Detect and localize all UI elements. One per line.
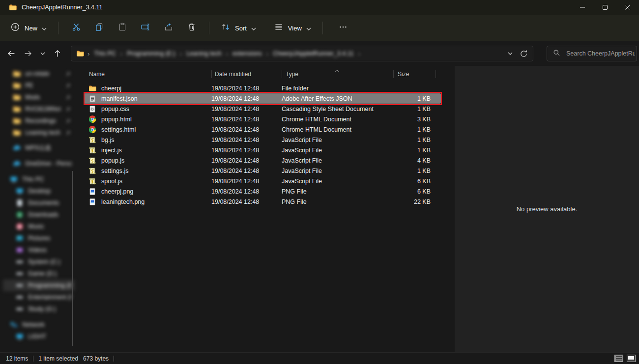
file-row[interactable]: manifest.json19/08/2024 12:48Adobe After… bbox=[84, 93, 441, 104]
sidebar-item[interactable]: This PC bbox=[3, 173, 75, 185]
column-divider[interactable] bbox=[436, 70, 436, 78]
file-size: 6 KB bbox=[393, 178, 436, 185]
file-size: 1 KB bbox=[393, 147, 436, 154]
sidebar-item-label: This PC bbox=[22, 176, 72, 183]
sidebar-item[interactable]: Programming (E:) bbox=[3, 280, 75, 291]
sidebar-item[interactable]: WPS云盘 bbox=[3, 142, 75, 154]
file-row[interactable]: cheerpj19/08/2024 12:48File folder bbox=[84, 83, 441, 93]
breadcrumb-segment[interactable]: This PC bbox=[91, 50, 118, 57]
new-button[interactable]: New bbox=[5, 19, 52, 37]
file-type: PNG File bbox=[282, 188, 393, 195]
close-button[interactable] bbox=[616, 0, 639, 15]
large-thumbnails-view-toggle[interactable] bbox=[626, 354, 636, 363]
details-view-toggle[interactable] bbox=[614, 354, 624, 363]
drive-icon bbox=[16, 293, 24, 301]
file-type: JavaScript File bbox=[282, 137, 393, 143]
file-row[interactable]: settings.js19/08/2024 12:48JavaScript Fi… bbox=[84, 166, 441, 176]
pin-icon bbox=[65, 83, 71, 88]
view-button[interactable]: View bbox=[268, 19, 317, 37]
sidebar-item[interactable]: Videos bbox=[3, 244, 75, 256]
file-row[interactable]: bg.js19/08/2024 12:48JavaScript File1 KB bbox=[84, 135, 441, 145]
status-separator bbox=[33, 356, 33, 362]
address-dropdown-chevron-icon[interactable] bbox=[508, 52, 513, 55]
file-row[interactable]: inject.js19/08/2024 12:48JavaScript File… bbox=[84, 145, 441, 155]
column-divider[interactable] bbox=[211, 70, 212, 78]
column-header-date-modified[interactable]: Date modified bbox=[211, 71, 282, 78]
rename-button[interactable] bbox=[134, 19, 157, 37]
file-row[interactable]: popup.js19/08/2024 12:48JavaScript File4… bbox=[84, 155, 441, 166]
forward-button[interactable] bbox=[21, 46, 35, 61]
file-name: spoof.js bbox=[101, 178, 122, 185]
sidebar-scrollbar[interactable] bbox=[72, 171, 73, 346]
file-name: leaningtech.png bbox=[101, 198, 145, 205]
sidebar-item[interactable]: Game (D:) bbox=[3, 268, 75, 280]
css-doc-icon bbox=[88, 105, 96, 113]
file-name: settings.js bbox=[101, 168, 129, 174]
sidebar-item[interactable]: Downloads bbox=[3, 209, 75, 221]
sidebar-item[interactable]: Leaning tech bbox=[3, 127, 75, 139]
sidebar-item[interactable]: System (C:) bbox=[3, 256, 75, 268]
chevron-down-icon bbox=[306, 24, 311, 32]
column-divider[interactable] bbox=[393, 70, 394, 78]
sort-button-label: Sort bbox=[235, 25, 247, 32]
file-type: Chrome HTML Document bbox=[282, 126, 393, 133]
breadcrumb[interactable]: › This PC›Programming (E:)›Leaning tech›… bbox=[71, 46, 533, 61]
file-row[interactable]: spoof.js19/08/2024 12:48JavaScript File6… bbox=[84, 176, 441, 186]
status-separator bbox=[114, 356, 114, 362]
sidebar-item[interactable]: Entertainment (F:) bbox=[3, 291, 75, 303]
search-icon bbox=[553, 49, 560, 58]
up-button[interactable] bbox=[50, 46, 65, 61]
sidebar-item[interactable]: LIGHT bbox=[3, 331, 75, 342]
cut-button[interactable] bbox=[64, 19, 87, 37]
back-button[interactable] bbox=[4, 46, 19, 61]
sidebar-item[interactable]: OneDrive - Person bbox=[3, 158, 75, 169]
refresh-icon[interactable] bbox=[520, 50, 528, 58]
sidebar-item[interactable]: Documents bbox=[3, 197, 75, 209]
pin-icon bbox=[65, 130, 71, 136]
sidebar-item[interactable]: Pictures bbox=[3, 232, 75, 244]
selection-size: 673 bytes bbox=[83, 355, 109, 362]
sidebar-item[interactable]: Mods bbox=[3, 91, 75, 103]
file-row[interactable]: popup.css19/08/2024 12:48Cascading Style… bbox=[84, 104, 441, 114]
file-name: popup.css bbox=[101, 106, 129, 112]
file-row[interactable]: leaningtech.png19/08/2024 12:48PNG File2… bbox=[84, 196, 441, 207]
column-header-size[interactable]: Size bbox=[393, 71, 436, 78]
see-more-button[interactable] bbox=[332, 19, 355, 37]
share-button[interactable] bbox=[157, 19, 180, 37]
pc-icon bbox=[10, 175, 18, 183]
file-date-modified: 19/08/2024 12:48 bbox=[211, 168, 282, 174]
file-date-modified: 19/08/2024 12:48 bbox=[211, 95, 282, 102]
file-row[interactable]: settings.html19/08/2024 12:48Chrome HTML… bbox=[84, 124, 441, 135]
file-list-body: cheerpj19/08/2024 12:48File foldermanife… bbox=[84, 83, 441, 207]
sidebar-item[interactable]: Desktop bbox=[3, 185, 75, 197]
downloads-icon bbox=[16, 211, 24, 219]
sidebar-item[interactable]: Study (G:) bbox=[3, 303, 75, 315]
breadcrumb-segment[interactable]: CheerpJAppletRunner_3.4.11 bbox=[270, 50, 356, 57]
file-size: 1 KB bbox=[393, 95, 436, 102]
file-row[interactable]: cheerpj.png19/08/2024 12:48PNG File6 KB bbox=[84, 186, 441, 196]
file-name: popup.html bbox=[101, 116, 132, 123]
sidebar-item[interactable]: Network bbox=[3, 319, 75, 331]
recent-locations-button[interactable] bbox=[37, 46, 48, 61]
file-row[interactable]: popup.html19/08/2024 12:48Chrome HTML Do… bbox=[84, 114, 441, 124]
sidebar-item[interactable]: RVC8139Nvid bbox=[3, 103, 75, 115]
column-header-name[interactable]: Name bbox=[84, 71, 211, 78]
minimize-button[interactable] bbox=[571, 0, 594, 15]
breadcrumb-segment[interactable]: Leaning tech bbox=[184, 50, 224, 57]
delete-button[interactable] bbox=[180, 19, 203, 37]
preview-message: No preview available. bbox=[517, 205, 578, 213]
search-input[interactable] bbox=[565, 50, 636, 57]
sidebar-item[interactable]: Music bbox=[3, 221, 75, 232]
breadcrumb-segment[interactable]: extensions bbox=[230, 50, 264, 57]
sort-button[interactable]: Sort bbox=[215, 19, 261, 37]
maximize-button[interactable] bbox=[594, 0, 616, 15]
column-divider[interactable] bbox=[282, 70, 282, 78]
breadcrumb-segment[interactable]: Programming (E:) bbox=[124, 50, 178, 57]
new-button-label: New bbox=[25, 25, 37, 32]
paste-button[interactable] bbox=[111, 19, 134, 37]
document-icon bbox=[16, 199, 24, 207]
sidebar-item[interactable]: un-relate bbox=[3, 68, 75, 80]
sidebar-item[interactable]: Recordings bbox=[3, 115, 75, 127]
sidebar-item[interactable]: PE bbox=[3, 80, 75, 91]
copy-button[interactable] bbox=[87, 19, 111, 37]
